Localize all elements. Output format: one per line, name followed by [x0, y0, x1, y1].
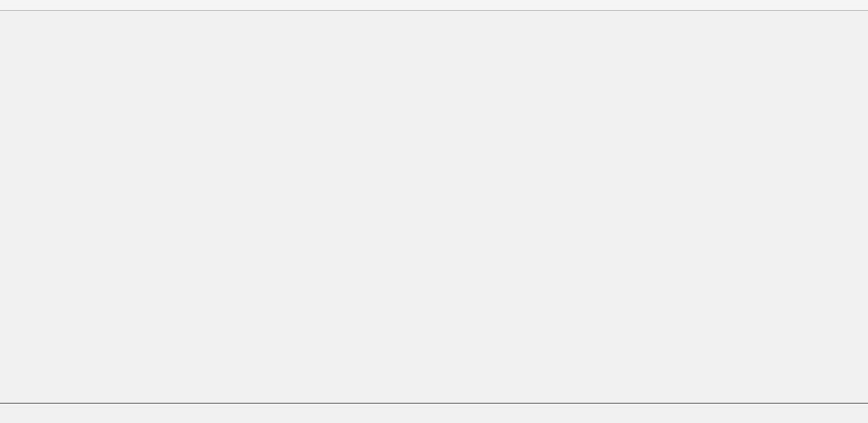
terminal-window: [0, 0, 868, 423]
chart-title: [4, 17, 12, 27]
symbol-tabbar: [0, 403, 868, 423]
timeframe-toolbar: [0, 0, 868, 11]
chart-canvas[interactable]: [0, 0, 868, 423]
